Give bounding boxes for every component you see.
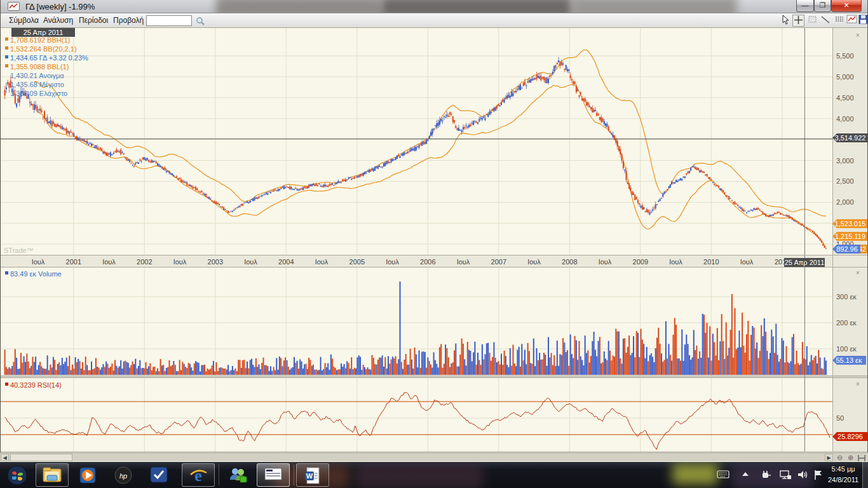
show-desktop-button[interactable]: [862, 462, 868, 488]
xaxis-tick: Ιουλ: [669, 258, 682, 266]
chart-style-tool-button[interactable]: [846, 15, 858, 27]
xaxis-tick: Ιουλ: [102, 258, 116, 266]
taskbar-strade-button[interactable]: [257, 463, 290, 487]
legend-marker-bb: [5, 46, 8, 50]
legend-marker-bbh: [5, 37, 8, 41]
menu-analysis[interactable]: Ανάλυση: [38, 13, 78, 28]
crosshair-tool-button[interactable]: [792, 15, 804, 27]
titlebar[interactable]: ΓΔ [weekly] -1.99% — ❐ ✕: [0, 0, 868, 13]
legend-bbh: 1,708.6192 BBH(1): [10, 36, 70, 44]
taskbar-separator: [294, 464, 294, 485]
volume-legend: 83.49 εκ Volume: [10, 270, 62, 278]
xaxis-tick: 2004: [278, 258, 294, 266]
main-plot-area[interactable]: [0, 28, 832, 255]
symbol-search-input[interactable]: [146, 15, 192, 26]
xaxis-tick: Ιουλ: [740, 258, 754, 266]
scroll-right-button[interactable]: ▶: [825, 454, 833, 461]
price-axis-tick: 3,000: [836, 157, 854, 165]
taskbar-separator: [219, 464, 219, 485]
svg-text:hp: hp: [119, 472, 127, 480]
chart-canvas[interactable]: Ιουλ2001Ιουλ2002Ιουλ2003Ιουλ2004Ιουλ2005…: [0, 0, 868, 488]
volume-last-label: 55.13 εκ: [836, 356, 862, 364]
scrollbar-thumb[interactable]: [10, 454, 72, 461]
zoom-range-button[interactable]: [857, 453, 866, 462]
taskbar: hp e: [0, 462, 868, 488]
band-upper-label: 1,523.015: [835, 220, 866, 227]
region-tool-button[interactable]: [806, 15, 818, 27]
rsi-plot-area[interactable]: [0, 378, 832, 452]
taskbar-check-app-button[interactable]: [142, 463, 175, 487]
xaxis-tick: Ιουλ: [315, 258, 329, 266]
volume-panel-close-icon[interactable]: ×: [856, 269, 860, 276]
scroll-left-button[interactable]: ◀: [1, 454, 9, 461]
hidden-icons-button[interactable]: [741, 470, 750, 478]
xaxis-tick: Ιουλ: [244, 258, 257, 266]
start-button[interactable]: [1, 463, 34, 487]
xaxis-tick: 2007: [491, 258, 506, 266]
legend-marker-bbl: [5, 64, 8, 67]
taskbar-clock[interactable]: 5:45 μμ 24/8/2011: [824, 464, 863, 485]
taskbar-internet-explorer-button[interactable]: e: [182, 463, 215, 487]
xaxis-tick: 2005: [349, 258, 365, 266]
taskbar-hp-button[interactable]: hp: [107, 463, 140, 487]
zoom-out-button[interactable]: ⊖: [835, 453, 844, 462]
rsi-last-label: 25.8296: [837, 433, 863, 440]
legend-date-text: 25 Απρ 2011: [24, 29, 64, 36]
trendline-tool-button[interactable]: [819, 15, 831, 27]
volume-axis-tick: 200 εκ: [836, 319, 857, 327]
price-axis-tick: 4,500: [836, 94, 854, 102]
rsi-legend: 40.3239 RSI(14): [10, 381, 62, 389]
xaxis-tick: 2009: [633, 258, 648, 266]
svg-text:e: e: [194, 466, 202, 485]
power-tray-icon[interactable]: [760, 470, 771, 480]
rsi-legend-marker: [5, 383, 8, 386]
rsi-panel-close-icon[interactable]: ×: [856, 381, 860, 388]
taskbar-media-player-button[interactable]: [71, 463, 104, 487]
horizontal-scrollbar[interactable]: ◀ ▶ ⊖ ⊕: [0, 452, 868, 461]
xaxis-tick: Ιουλ: [386, 258, 399, 266]
volume-axis-tick: 300 εκ: [836, 293, 857, 301]
network-tray-icon[interactable]: [779, 470, 792, 480]
price-axis-tick: 4,000: [836, 115, 854, 123]
pointer-tool-button[interactable]: [779, 15, 791, 27]
legend-bbl: 1,355.9088 BBL(1): [10, 63, 69, 71]
save-tool-button[interactable]: [857, 15, 868, 27]
svg-text:W: W: [306, 472, 313, 480]
clock-time: 5:45 μμ: [824, 464, 863, 475]
keyboard-tray-icon[interactable]: [717, 470, 729, 478]
legend-low: 1,388.09 Ελάχιστο: [10, 90, 67, 97]
menu-periods[interactable]: Περίοδοι: [74, 13, 113, 28]
zoom-in-button[interactable]: ⊕: [846, 453, 855, 462]
app-icon: [8, 2, 20, 11]
dashed-lines-tool-button[interactable]: [833, 15, 845, 27]
taskbar-word-button[interactable]: W: [296, 463, 329, 487]
clock-date: 24/8/2011: [824, 475, 863, 485]
taskbar-messenger-button[interactable]: [221, 463, 254, 487]
crosshair-date-label: 25 Απρ 2011: [785, 259, 825, 266]
legend-marker-price: [5, 55, 8, 58]
volume-tray-icon[interactable]: [797, 470, 808, 480]
band-mid-label: 1,215.119: [835, 233, 865, 240]
xaxis-tick: 2002: [137, 258, 152, 266]
volume-axis-tick: 100 εκ: [836, 345, 857, 353]
taskbar-explorer-button[interactable]: [36, 463, 69, 487]
xaxis-tick: Ιουλ: [527, 258, 541, 266]
watermark: STrade™: [4, 247, 34, 254]
close-button[interactable]: ✕: [831, 0, 862, 12]
action-center-flag-icon[interactable]: [813, 470, 824, 480]
minimize-button[interactable]: —: [796, 0, 814, 12]
search-icon[interactable]: [196, 17, 205, 25]
menu-view[interactable]: Προβολή: [108, 13, 149, 28]
volume-legend-marker: [5, 271, 8, 274]
window-border-left: [0, 0, 1, 452]
price-axis-tick: 2,000: [836, 198, 854, 206]
restore-button[interactable]: ❐: [814, 0, 831, 12]
xaxis-tick: 2001: [66, 258, 81, 266]
xaxis-tick: Ιουλ: [32, 258, 45, 266]
xaxis-tick: Ιουλ: [173, 258, 187, 266]
price-axis-tick: 5,500: [836, 52, 854, 60]
main-panel-close-icon[interactable]: ×: [856, 32, 860, 39]
xaxis-tick: 2003: [208, 258, 223, 266]
legend-price: 1,434.65 ΓΔ +3.32 0.23%: [10, 54, 88, 62]
xaxis-tick: Ιουλ: [457, 258, 470, 266]
